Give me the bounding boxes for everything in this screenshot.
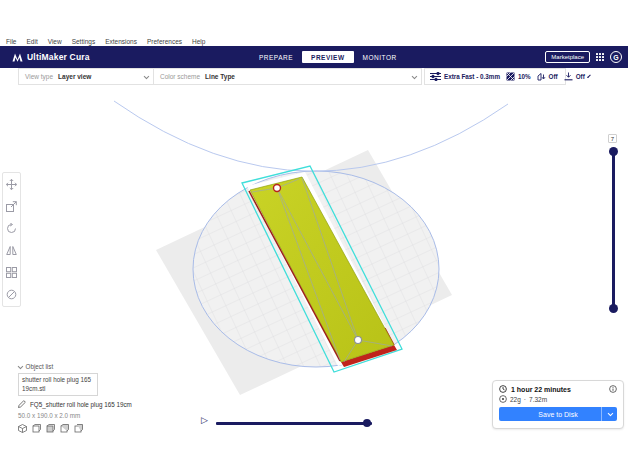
layer-slider-top-handle[interactable] xyxy=(609,147,618,156)
header-bar: UltiMaker Cura PREPARE PREVIEW MONITOR M… xyxy=(0,46,628,68)
view-type-value: Layer view xyxy=(58,73,91,80)
mirror-icon xyxy=(6,245,17,256)
color-scheme-value: Line Type xyxy=(205,73,235,80)
view-right-button[interactable] xyxy=(74,424,83,433)
move-tool-button[interactable] xyxy=(6,179,17,190)
chevron-down-icon xyxy=(411,73,416,78)
action-panel: 1 hour 22 minutes 22g · 7.32m Save to Di… xyxy=(492,380,624,429)
save-to-disk-label: Save to Disk xyxy=(538,411,577,418)
object-list-panel: Object list shutter roll hole plug 165 1… xyxy=(18,363,148,433)
app-title: UltiMaker Cura xyxy=(27,52,90,62)
menu-bar: File Edit View Settings Extensions Prefe… xyxy=(0,36,628,46)
color-scheme-label: Color scheme xyxy=(160,73,200,80)
rotate-icon xyxy=(6,223,17,234)
camera-view-buttons xyxy=(18,424,148,433)
chevron-down-icon xyxy=(608,411,613,416)
account-avatar[interactable]: G xyxy=(610,51,622,63)
applications-grid-icon[interactable] xyxy=(596,53,604,61)
material-separator: · xyxy=(524,396,526,403)
ultimaker-logo-icon xyxy=(12,53,23,62)
adhesion-icon xyxy=(564,72,573,81)
cura-window: File Edit View Settings Extensions Prefe… xyxy=(0,0,628,472)
infill-value: 10% xyxy=(518,73,531,80)
view-right-icon xyxy=(74,424,83,433)
view-left-icon xyxy=(60,424,69,433)
model-dimensions: 50.0 x 190.0 x 2.0 mm xyxy=(18,412,148,419)
view-front-icon xyxy=(32,424,41,433)
menu-settings[interactable]: Settings xyxy=(72,38,96,45)
scale-tool-button[interactable] xyxy=(6,201,17,212)
header-right-cluster: Marketplace G xyxy=(545,46,622,68)
stage-tabs: PREPARE PREVIEW MONITOR xyxy=(250,46,406,68)
mirror-tool-button[interactable] xyxy=(6,245,17,256)
view-front-button[interactable] xyxy=(32,424,41,433)
move-icon xyxy=(6,179,17,190)
print-profile-sliders-icon xyxy=(430,72,441,81)
build-volume-arc xyxy=(114,101,508,171)
support-blocker-button[interactable] xyxy=(6,289,17,300)
support-blocker-icon xyxy=(6,289,17,300)
tab-monitor[interactable]: MONITOR xyxy=(354,51,406,63)
rename-pencil-icon[interactable] xyxy=(18,400,26,408)
per-model-settings-button[interactable] xyxy=(6,267,17,278)
menu-help[interactable]: Help xyxy=(192,38,205,45)
view-toolbar: View type Layer view Color scheme Line T… xyxy=(18,68,422,85)
play-button[interactable]: ▷ xyxy=(201,416,208,425)
menu-extensions[interactable]: Extensions xyxy=(105,38,137,45)
support-icon xyxy=(537,72,546,81)
output-options-dropdown[interactable] xyxy=(601,407,617,421)
app-logo: UltiMaker Cura xyxy=(12,46,90,68)
layer-slider-track[interactable] xyxy=(612,152,615,308)
view-type-label: View type xyxy=(25,73,53,80)
view-3d-button[interactable] xyxy=(18,424,27,433)
clock-icon xyxy=(499,385,507,393)
material-length: 7.32m xyxy=(529,396,547,403)
print-time-estimate: 1 hour 22 minutes xyxy=(511,386,571,393)
simulation-slider[interactable] xyxy=(216,422,372,425)
print-settings-chip[interactable]: Extra Fast - 0.3mm 10% Off Off xyxy=(424,68,566,85)
save-to-disk-button[interactable]: Save to Disk xyxy=(499,407,617,421)
tab-prepare[interactable]: PREPARE xyxy=(250,51,302,63)
scale-icon xyxy=(6,201,17,212)
object-list-title: Object list xyxy=(26,363,54,370)
layer-slider-bottom-handle[interactable] xyxy=(609,304,618,313)
chevron-down-icon xyxy=(587,74,590,77)
model-hole-bottom xyxy=(355,337,362,344)
menu-file[interactable]: File xyxy=(6,38,16,45)
material-weight: 22g xyxy=(510,396,521,403)
transform-toolbar xyxy=(2,172,21,307)
adhesion-value: Off xyxy=(576,73,585,80)
layer-number-badge: 7 xyxy=(608,134,617,143)
simulation-slider-handle[interactable] xyxy=(363,419,371,427)
profile-value: Extra Fast - 0.3mm xyxy=(444,73,500,80)
rotate-tool-button[interactable] xyxy=(6,223,17,234)
view-top-button[interactable] xyxy=(46,424,55,433)
menu-view[interactable]: View xyxy=(48,38,62,45)
view-left-button[interactable] xyxy=(60,424,69,433)
menu-edit[interactable]: Edit xyxy=(26,38,37,45)
view-3d-icon xyxy=(18,424,27,433)
view-type-dropdown[interactable]: View type Layer view xyxy=(19,69,153,84)
object-list-header[interactable]: Object list xyxy=(18,363,148,370)
tab-preview[interactable]: PREVIEW xyxy=(302,51,353,63)
marketplace-button[interactable]: Marketplace xyxy=(545,51,590,63)
per-model-settings-icon xyxy=(6,267,17,278)
color-scheme-dropdown[interactable]: Color scheme Line Type xyxy=(154,69,421,84)
info-icon[interactable] xyxy=(609,385,617,393)
selected-object-name: FQ5_shutter roll hole plug 165 19cm xyxy=(30,401,132,408)
support-value: Off xyxy=(549,73,558,80)
menu-preferences[interactable]: Preferences xyxy=(147,38,182,45)
object-list-item[interactable]: shutter roll hole plug 165 19cm.stl xyxy=(18,373,98,396)
collapse-chevron-icon xyxy=(18,363,23,368)
model-hole-top xyxy=(274,185,281,192)
material-spool-icon xyxy=(499,395,507,403)
infill-icon xyxy=(506,72,515,81)
chevron-down-icon xyxy=(143,73,148,78)
view-top-icon xyxy=(46,424,55,433)
